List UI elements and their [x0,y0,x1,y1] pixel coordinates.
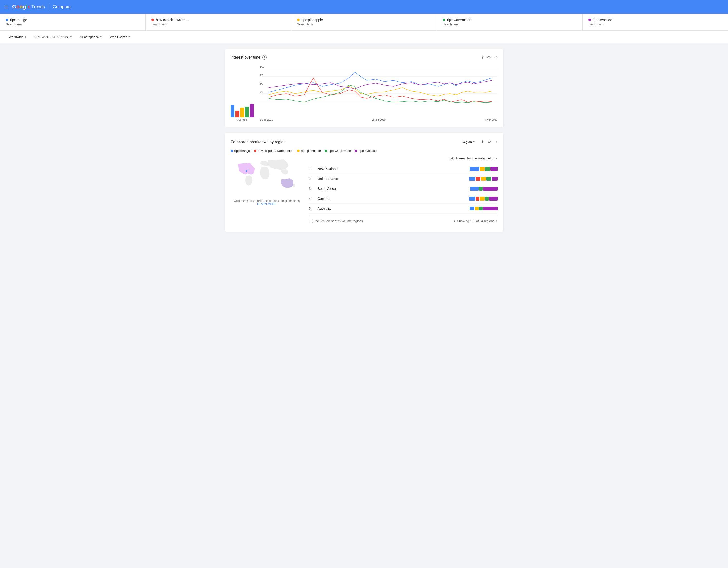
pagination-next-icon[interactable]: › [496,219,497,223]
region-bars-1 [470,167,498,171]
sort-label: Sort: [447,157,454,160]
bar-4-1 [469,197,475,201]
sort-row: Sort: Interest for ripe watermelon ▼ [309,157,498,160]
region-rank-1: 1 [309,167,314,171]
category-label: All categories [80,35,99,39]
term-name-4: ripe watermelon [447,18,471,22]
search-type-filter[interactable]: Web Search ▼ [107,34,133,40]
term-label-5: Search term [588,23,722,26]
main-content: Interest over time ? ⇣ <> ⇨ Average [219,43,509,243]
location-filter[interactable]: Worldwide ▼ [6,34,30,40]
low-volume-checkbox[interactable] [309,219,313,223]
bar-5-4 [479,207,483,210]
bar-5-1 [470,207,474,210]
bar-2-4 [486,177,491,181]
sort-arrow-icon: ▼ [495,157,498,160]
trends-label: Trends [31,4,45,9]
region-filter-btn[interactable]: Region ▼ [459,139,478,145]
region-name-2: United States [318,177,465,181]
avg-bar-3 [240,108,244,117]
bar-3-4 [479,187,483,191]
bar-5-3 [475,207,479,210]
breakdown-card-actions: Region ▼ ⇣ <> ⇨ [459,139,498,145]
sort-select[interactable]: Interest for ripe watermelon ▼ [456,157,497,160]
header-divider [49,3,49,10]
legend-dot-1 [231,150,233,152]
bar-1-5 [490,167,498,171]
share-icon[interactable]: ⇨ [495,55,498,60]
search-term-2[interactable]: how to pick a water ... Search term [146,14,291,30]
breakdown-body: Colour intensity represents percentage o… [231,157,498,226]
region-name-3: South Africa [318,187,466,191]
bar-2-1 [469,177,475,181]
legend-dot-5 [355,150,357,152]
avg-label: Average [237,118,247,121]
bar-1-3 [480,167,485,171]
bar-1-4 [485,167,490,171]
region-bars-2 [469,177,498,181]
search-term-1[interactable]: ripe mango Search term [0,14,146,30]
legend-label-5: ripe avocado [359,149,376,153]
term-dot-4 [443,19,445,21]
card-header-breakdown: Compared breakdown by region Region ▼ ⇣ … [231,139,498,145]
embed-icon[interactable]: <> [487,55,492,60]
region-row-3[interactable]: 3 South Africa [309,184,498,194]
region-filter-label: Region [462,140,472,144]
region-row-1[interactable]: 1 New Zealand [309,164,498,174]
bar-3-1 [470,187,479,191]
regions-list: Sort: Interest for ripe watermelon ▼ 1 N… [309,157,498,226]
region-row-4[interactable]: 4 Canada [309,194,498,204]
bar-3-5 [483,187,498,191]
region-bars-4 [469,197,498,201]
term-name-3: ripe pineapple [301,18,323,22]
map-area: Colour intensity represents percentage o… [231,157,303,226]
menu-icon[interactable]: ☰ [4,4,8,10]
bar-4-3 [480,197,485,201]
region-row-5[interactable]: 5 Australia [309,204,498,214]
legend-dot-3 [297,150,300,152]
card-header-interest: Interest over time ? ⇣ <> ⇨ [231,55,498,60]
search-term-4[interactable]: ripe watermelon Search term [437,14,583,30]
breakdown-card: Compared breakdown by region Region ▼ ⇣ … [225,133,503,232]
region-name-5: Australia [318,207,466,210]
svg-text:100: 100 [260,66,264,68]
download-icon[interactable]: ⇣ [481,55,484,60]
svg-point-9 [246,170,247,172]
breakdown-download-icon[interactable]: ⇣ [481,140,484,144]
bar-4-5 [489,197,498,201]
interest-help-icon[interactable]: ? [262,55,267,60]
category-filter[interactable]: All categories ▼ [77,34,105,40]
bar-2-3 [481,177,486,181]
region-rank-3: 3 [309,187,314,191]
breakdown-share-icon[interactable]: ⇨ [495,140,498,144]
map-note: Colour intensity represents percentage o… [231,199,303,206]
term-dot-2 [151,19,154,21]
breakdown-embed-icon[interactable]: <> [487,140,492,144]
legend-item-5: ripe avocado [355,149,376,153]
region-bars-5 [470,207,498,210]
legend-dot-2 [254,150,256,152]
region-rank-2: 2 [309,177,314,181]
pagination-prev-icon[interactable]: ‹ [454,219,455,223]
x-label-1: 2 Dec 2018 [260,118,273,121]
bar-1-1 [470,167,479,171]
region-rank-4: 4 [309,197,314,201]
category-arrow-icon: ▼ [100,36,102,38]
legend-dot-4 [325,150,327,152]
learn-more-link[interactable]: LEARN MORE [257,202,276,206]
sort-value: Interest for ripe watermelon [456,157,494,160]
term-dot-1 [6,19,8,21]
filters-bar: Worldwide ▼ 01/12/2018 - 30/04/2022 ▼ Al… [0,31,728,43]
date-filter[interactable]: 01/12/2018 - 30/04/2022 ▼ [31,34,75,40]
region-row-2[interactable]: 2 United States [309,174,498,184]
search-type-arrow-icon: ▼ [128,36,130,38]
term-dot-3 [297,19,300,21]
svg-text:25: 25 [260,91,263,94]
search-term-3[interactable]: ripe pineapple Search term [291,14,437,30]
bar-5-5 [483,207,498,210]
search-term-5[interactable]: ripe avocado Search term [583,14,728,30]
legend-item-2: how to pick a watermelon [254,149,293,153]
term-name-1: ripe mango [10,18,27,22]
term-label-3: Search term [297,23,431,26]
region-filter-arrow-icon: ▼ [473,141,475,143]
